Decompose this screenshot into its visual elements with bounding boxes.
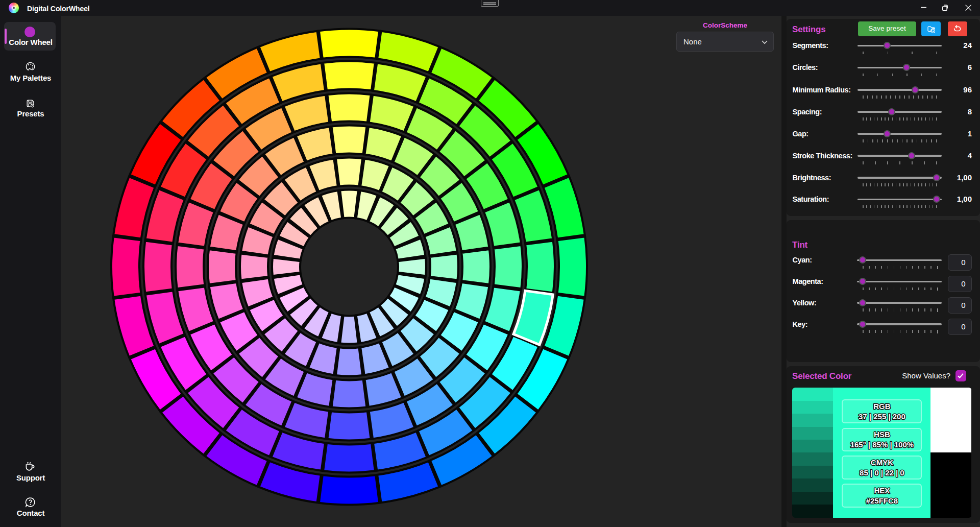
svg-text:165° | 85% | 100%: 165° | 85% | 100% [850, 440, 914, 449]
svg-text:HEX: HEX [874, 486, 890, 495]
svg-text:HSB: HSB [874, 430, 890, 439]
svg-text:RGB: RGB [873, 402, 891, 411]
svg-text:37 | 255 | 200: 37 | 255 | 200 [859, 412, 905, 421]
svg-text:CMYK: CMYK [871, 458, 893, 467]
svg-text:85 | 0 | 22 | 0: 85 | 0 | 22 | 0 [860, 468, 904, 477]
svg-text:#25FFC8: #25FFC8 [866, 496, 898, 505]
